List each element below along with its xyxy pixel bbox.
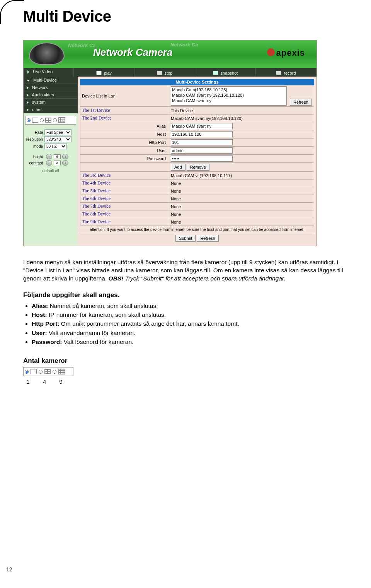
toolbar-live-video[interactable]: Live Video xyxy=(24,68,74,77)
antal-4: 4 xyxy=(43,378,46,385)
device-8-label[interactable]: The 8th Device xyxy=(80,210,169,218)
device-1-value: This Device xyxy=(169,107,314,115)
layout-1-icon[interactable] xyxy=(32,118,38,123)
list-item[interactable]: Macab CAM svart ny xyxy=(172,98,286,103)
device-5-value: None xyxy=(169,187,314,195)
stop-icon xyxy=(157,71,162,75)
sidebar-item-audio-video[interactable]: Audio video xyxy=(24,91,78,99)
banner: Network Ca Network Camera Network Ca ape… xyxy=(24,40,317,68)
record-icon xyxy=(276,71,281,75)
caret-right-icon xyxy=(27,70,29,74)
rate-label: Rate xyxy=(25,130,44,135)
layout-4-icon[interactable] xyxy=(45,118,51,123)
host-input[interactable] xyxy=(171,131,233,137)
bright-plus-button[interactable]: + xyxy=(62,154,68,159)
sidebar-item-multi-device[interactable]: Multi-Device xyxy=(24,77,78,84)
brand-logo: apexis xyxy=(267,48,305,58)
refresh-button[interactable]: Refresh xyxy=(290,99,312,106)
layout-4-icon[interactable] xyxy=(44,369,51,374)
device-6-label[interactable]: The 6th Device xyxy=(80,195,169,203)
device-list-box[interactable]: Macab Cam(192.168.10.123) Macab CAM svar… xyxy=(171,86,287,106)
device-9-label[interactable]: The 9th Device xyxy=(80,218,169,226)
toolbar-label: record xyxy=(284,71,296,75)
list-item[interactable]: Macab CAM svart ny(192.168.10.120) xyxy=(172,92,286,98)
user-input[interactable] xyxy=(171,147,233,154)
device-4-value: None xyxy=(169,179,314,187)
attention-note: attention: If you want to access the dev… xyxy=(80,226,314,233)
contrast-plus-button[interactable]: + xyxy=(62,160,68,166)
layout-9-radio[interactable] xyxy=(53,370,56,374)
remove-button[interactable]: Remove xyxy=(187,164,209,171)
refresh-bottom-button[interactable]: Refresh xyxy=(197,235,219,242)
list-item: Password: Valt lösenord för kameran. xyxy=(32,337,348,346)
bright-value: 6 xyxy=(54,154,61,159)
sidebar: Multi-Device Network Audio video system xyxy=(24,77,78,246)
panel-heading: Multi-Device Settings xyxy=(80,79,314,85)
alias-input[interactable] xyxy=(171,123,233,129)
host-label: Host xyxy=(80,130,169,138)
http-port-label: Http Port xyxy=(80,138,169,147)
toolbar-label: snapshot xyxy=(221,71,238,75)
list-item[interactable]: Macab Cam(192.168.10.123) xyxy=(172,87,286,92)
sidebar-item-system[interactable]: system xyxy=(24,99,78,106)
list-item: Alias: Namnet på kameran, som skall ansl… xyxy=(32,301,348,310)
layout-1-radio[interactable] xyxy=(25,370,29,374)
fields-list: Alias: Namnet på kameran, som skall ansl… xyxy=(32,301,348,346)
layout-chooser xyxy=(25,116,76,125)
http-port-input[interactable] xyxy=(171,139,233,145)
layout-4-radio[interactable] xyxy=(40,118,44,122)
layout-9-icon[interactable] xyxy=(58,117,65,123)
sidebar-item-network[interactable]: Network xyxy=(24,84,78,91)
contrast-minus-button[interactable]: − xyxy=(46,160,52,166)
layout-1-icon[interactable] xyxy=(31,369,37,374)
bright-minus-button[interactable]: − xyxy=(46,154,52,159)
chevron-right-icon xyxy=(27,94,29,97)
fields-subhead: Följande uppgifter skall anges. xyxy=(23,291,348,299)
sidebar-item-label: Multi-Device xyxy=(33,78,57,82)
resolution-label: resolution xyxy=(25,137,44,142)
user-label: User xyxy=(80,147,169,155)
chevron-right-icon xyxy=(27,86,29,89)
antal-1: 1 xyxy=(26,378,30,385)
toolbar-play[interactable]: play xyxy=(74,68,134,77)
sidebar-item-label: system xyxy=(32,100,46,104)
device-8-value: None xyxy=(169,210,314,218)
device-4-label[interactable]: The 4th Device xyxy=(80,179,169,187)
alias-label: Alias xyxy=(80,122,169,130)
password-input[interactable] xyxy=(171,156,233,162)
layout-9-icon[interactable] xyxy=(58,369,65,374)
device-5-label[interactable]: The 5th Device xyxy=(80,187,169,195)
layout-4-radio[interactable] xyxy=(39,370,43,374)
default-all-link[interactable]: default all xyxy=(25,169,76,173)
password-label: Password xyxy=(80,155,169,163)
add-button[interactable]: Add xyxy=(171,164,186,171)
device-7-label[interactable]: The 7th Device xyxy=(80,203,169,210)
toolbar-snapshot[interactable]: snapshot xyxy=(195,68,256,77)
layout-1-radio[interactable] xyxy=(27,118,31,122)
play-icon xyxy=(96,71,102,75)
toolbar-label: Live Video xyxy=(33,69,53,74)
sidebar-item-other[interactable]: other xyxy=(24,106,78,113)
mode-select[interactable]: 50 HZ xyxy=(44,143,67,149)
device-1-label: The 1st Device xyxy=(80,107,169,115)
rate-select[interactable]: Full-Spee xyxy=(44,129,71,135)
contrast-label: contrast xyxy=(25,161,44,165)
main-panel: Multi-Device Settings Device List in Lan… xyxy=(78,77,317,246)
toolbar-record[interactable]: record xyxy=(256,68,317,77)
sidebar-item-label: Network xyxy=(32,85,48,90)
resolution-select[interactable]: 320*240 xyxy=(44,136,71,142)
page-number: 12 xyxy=(6,566,12,573)
layout-9-radio[interactable] xyxy=(53,118,57,122)
toolbar-stop[interactable]: stop xyxy=(134,68,195,77)
control-panel: Rate Full-Spee resolution 320*240 mode 5… xyxy=(24,127,78,178)
device-3-label[interactable]: The 3rd Device xyxy=(80,172,169,179)
list-item: Http Port: Om unikt portnummer använts s… xyxy=(32,319,348,328)
submit-button[interactable]: Submit xyxy=(175,235,196,242)
device-list-label: Device List in Lan xyxy=(80,85,169,107)
contrast-value: 3 xyxy=(54,161,61,165)
device-2-label[interactable]: The 2nd Device xyxy=(80,115,169,122)
camera-image xyxy=(29,43,65,65)
banner-title: Network Camera xyxy=(93,46,172,58)
sidebar-item-label: Audio video xyxy=(32,92,54,97)
device-2-value: Macab CAM svart ny(192.168.10.120) xyxy=(169,115,314,122)
